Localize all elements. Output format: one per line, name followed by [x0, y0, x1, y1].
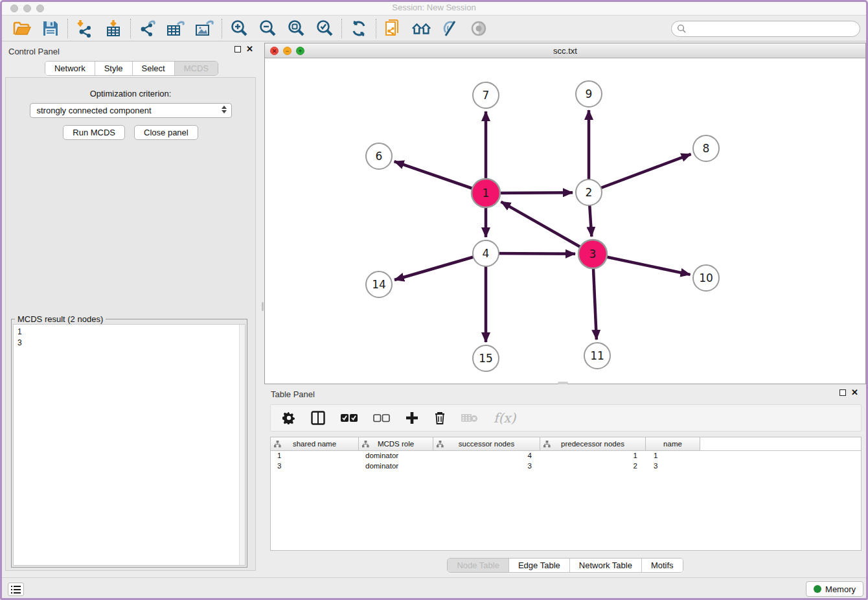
graph-node-3[interactable]: 3 — [578, 240, 607, 268]
zoom-out-icon[interactable] — [257, 18, 278, 39]
column-type-icon — [543, 441, 551, 448]
svg-text:14: 14 — [372, 278, 386, 291]
search-input[interactable] — [671, 21, 860, 37]
delete-column-icon[interactable] — [434, 410, 446, 426]
delete-table-icon — [461, 410, 478, 426]
export-image-icon[interactable] — [194, 18, 215, 39]
cell-predecessor-nodes[interactable]: 1 — [540, 451, 646, 461]
column-type-icon — [274, 441, 281, 448]
hide-panel-icon[interactable] — [440, 18, 461, 39]
zoom-selected-icon[interactable] — [314, 18, 335, 39]
column-header-mcds-role[interactable]: MCDS role — [359, 437, 433, 450]
column-header-shared-name[interactable]: shared name — [271, 437, 359, 450]
column-header-name[interactable]: name — [646, 437, 700, 450]
export-network-icon[interactable] — [137, 18, 158, 39]
home-icon[interactable] — [411, 18, 432, 39]
graph-node-7[interactable]: 7 — [473, 82, 499, 108]
memory-label: Memory — [825, 584, 856, 594]
title-bar: Session: New Session — [0, 0, 868, 16]
column-type-icon — [362, 441, 369, 448]
graph-node-2[interactable]: 2 — [576, 179, 602, 205]
graph-edge-3-1[interactable] — [501, 202, 593, 254]
tab-select[interactable]: Select — [133, 62, 175, 75]
run-mcds-button[interactable]: Run MCDS — [63, 125, 125, 140]
graph-node-9[interactable]: 9 — [576, 81, 602, 107]
graph-node-4[interactable]: 4 — [473, 240, 499, 266]
import-network-icon[interactable] — [74, 18, 95, 39]
tab-style[interactable]: Style — [95, 62, 133, 75]
zoom-fit-icon[interactable] — [286, 18, 306, 39]
splitter-handle-icon[interactable] — [262, 302, 264, 311]
tab-network[interactable]: Network — [45, 62, 95, 75]
graph-edge-2-8[interactable] — [589, 154, 691, 192]
graph-node-14[interactable]: 14 — [366, 271, 392, 297]
graph-node-8[interactable]: 8 — [693, 135, 719, 161]
graph-edge-4-14[interactable] — [394, 253, 486, 280]
cell-mcds-role[interactable]: dominator — [359, 451, 433, 461]
mcds-result-list[interactable]: 1 3 — [13, 324, 246, 566]
table-row[interactable]: 3 dominator 3 2 3 — [271, 461, 861, 472]
cell-successor-nodes[interactable]: 3 — [433, 461, 540, 472]
column-header-successor-nodes[interactable]: successor nodes — [433, 437, 540, 450]
table-header-row: shared name MCDS role successor nodes pr… — [271, 437, 861, 451]
svg-text:10: 10 — [699, 271, 713, 284]
cell-shared-name[interactable]: 3 — [271, 461, 359, 472]
graph-node-11[interactable]: 11 — [584, 343, 610, 369]
mcds-result-title: MCDS result (2 nodes) — [15, 314, 106, 324]
tab-network-table[interactable]: Network Table — [570, 559, 642, 572]
cell-name[interactable]: 1 — [646, 451, 700, 461]
column-layout-icon[interactable] — [311, 410, 325, 426]
function-builder-icon: f(x) — [494, 410, 516, 426]
cell-predecessor-nodes[interactable]: 2 — [540, 461, 646, 472]
column-header-predecessor-nodes[interactable]: predecessor nodes — [540, 437, 646, 450]
graph-node-10[interactable]: 10 — [693, 265, 719, 291]
export-table-icon[interactable] — [166, 18, 187, 39]
graph-node-1[interactable]: 1 — [472, 179, 500, 207]
task-history-button[interactable] — [8, 583, 24, 596]
graph-node-6[interactable]: 6 — [366, 143, 392, 169]
table-row[interactable]: 1 dominator 4 1 1 — [271, 451, 861, 461]
float-panel-icon[interactable] — [234, 46, 241, 52]
list-icon — [11, 586, 21, 594]
table-toolbar: f(x) — [270, 404, 862, 432]
deselect-all-icon[interactable] — [373, 410, 390, 426]
zoom-in-icon[interactable] — [229, 18, 249, 39]
gear-icon[interactable] — [282, 410, 295, 426]
node-table: shared name MCDS role successor nodes pr… — [270, 437, 862, 551]
select-all-icon[interactable] — [341, 410, 358, 426]
network-canvas[interactable]: 7968124314101511 — [265, 58, 865, 384]
criterion-dropdown[interactable]: strongly connected component — [30, 103, 232, 118]
tab-node-table[interactable]: Node Table — [448, 559, 509, 572]
tab-motifs[interactable]: Motifs — [642, 559, 683, 572]
mcds-result-line: 3 — [17, 338, 241, 349]
tab-edge-table[interactable]: Edge Table — [509, 559, 570, 572]
import-table-icon[interactable] — [103, 18, 124, 39]
eye-icon[interactable] — [468, 18, 489, 39]
svg-text:2: 2 — [586, 186, 593, 199]
tab-mcds[interactable]: MCDS — [175, 62, 218, 75]
dropdown-arrows-icon — [222, 106, 227, 113]
svg-text:11: 11 — [590, 349, 604, 362]
network-window-titlebar[interactable]: ✕ − + scc.txt — [265, 43, 865, 58]
add-column-icon[interactable] — [405, 410, 418, 426]
control-panel-title: Control Panel — [8, 47, 60, 56]
bottom-splitter-handle[interactable] — [558, 382, 568, 384]
save-session-icon[interactable] — [40, 18, 61, 39]
close-table-panel-icon[interactable]: ✕ — [851, 389, 858, 396]
result-scrollbar[interactable] — [239, 325, 245, 565]
duplicate-network-icon[interactable] — [383, 18, 404, 39]
cell-name[interactable]: 3 — [646, 461, 700, 472]
memory-button[interactable]: Memory — [806, 581, 863, 597]
column-type-icon — [437, 441, 444, 448]
cell-shared-name[interactable]: 1 — [271, 451, 359, 461]
graph-node-15[interactable]: 15 — [473, 345, 499, 371]
cell-mcds-role[interactable]: dominator — [359, 461, 433, 472]
cell-successor-nodes[interactable]: 4 — [433, 451, 540, 461]
close-panel-button[interactable]: Close panel — [134, 125, 198, 140]
close-panel-icon[interactable]: ✕ — [246, 46, 253, 52]
refresh-icon[interactable] — [348, 18, 369, 39]
memory-status-icon — [814, 585, 821, 593]
svg-text:6: 6 — [376, 150, 383, 163]
float-table-panel-icon[interactable] — [839, 389, 846, 396]
open-session-icon[interactable] — [12, 18, 32, 39]
